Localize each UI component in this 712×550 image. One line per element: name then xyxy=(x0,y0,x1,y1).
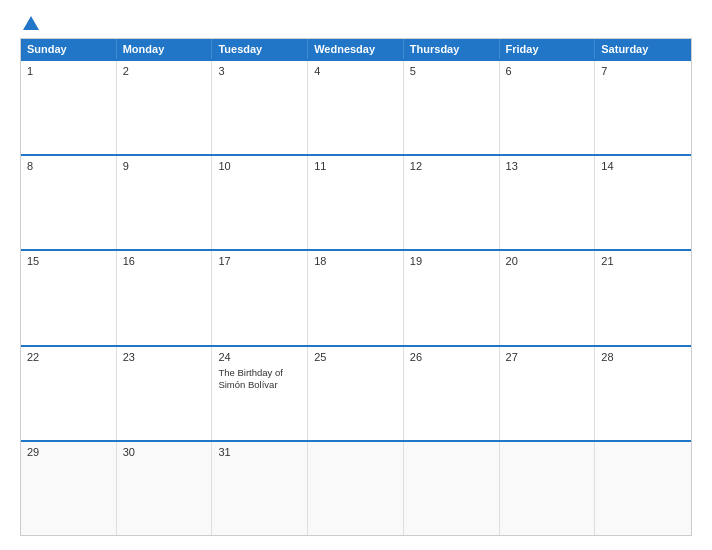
day-number: 15 xyxy=(27,255,110,267)
calendar-cell: 20 xyxy=(500,251,596,344)
day-number: 29 xyxy=(27,446,110,458)
calendar-cell: 3 xyxy=(212,61,308,154)
calendar-week-1: 1234567 xyxy=(21,59,691,154)
calendar-page: SundayMondayTuesdayWednesdayThursdayFrid… xyxy=(0,0,712,550)
calendar-header-monday: Monday xyxy=(117,39,213,59)
day-number: 14 xyxy=(601,160,685,172)
calendar-cell: 1 xyxy=(21,61,117,154)
calendar-body: 123456789101112131415161718192021222324T… xyxy=(21,59,691,535)
calendar-header-thursday: Thursday xyxy=(404,39,500,59)
calendar-cell: 8 xyxy=(21,156,117,249)
calendar-cell: 28 xyxy=(595,347,691,440)
day-number: 17 xyxy=(218,255,301,267)
calendar-header-saturday: Saturday xyxy=(595,39,691,59)
day-number: 10 xyxy=(218,160,301,172)
calendar-header: SundayMondayTuesdayWednesdayThursdayFrid… xyxy=(21,39,691,59)
day-number: 23 xyxy=(123,351,206,363)
logo xyxy=(20,18,39,30)
calendar-cell: 25 xyxy=(308,347,404,440)
calendar-cell: 19 xyxy=(404,251,500,344)
day-number: 1 xyxy=(27,65,110,77)
day-number: 11 xyxy=(314,160,397,172)
calendar-cell: 6 xyxy=(500,61,596,154)
day-number: 2 xyxy=(123,65,206,77)
day-number: 12 xyxy=(410,160,493,172)
calendar-cell: 16 xyxy=(117,251,213,344)
calendar-cell: 4 xyxy=(308,61,404,154)
calendar-cell: 2 xyxy=(117,61,213,154)
calendar-cell: 10 xyxy=(212,156,308,249)
calendar-cell: 18 xyxy=(308,251,404,344)
day-number: 22 xyxy=(27,351,110,363)
day-number: 21 xyxy=(601,255,685,267)
calendar-cell: 21 xyxy=(595,251,691,344)
day-number: 27 xyxy=(506,351,589,363)
day-number: 31 xyxy=(218,446,301,458)
calendar-cell: 26 xyxy=(404,347,500,440)
calendar-cell: 14 xyxy=(595,156,691,249)
day-event: The Birthday of Simón Bolívar xyxy=(218,367,301,392)
calendar-week-2: 891011121314 xyxy=(21,154,691,249)
calendar-cell: 12 xyxy=(404,156,500,249)
calendar-cell: 22 xyxy=(21,347,117,440)
calendar-cell xyxy=(595,442,691,535)
day-number: 20 xyxy=(506,255,589,267)
calendar-week-5: 293031 xyxy=(21,440,691,535)
calendar-cell: 7 xyxy=(595,61,691,154)
calendar-cell: 5 xyxy=(404,61,500,154)
calendar-header-friday: Friday xyxy=(500,39,596,59)
calendar-cell: 17 xyxy=(212,251,308,344)
calendar-week-4: 222324The Birthday of Simón Bolívar25262… xyxy=(21,345,691,440)
day-number: 30 xyxy=(123,446,206,458)
calendar-cell: 27 xyxy=(500,347,596,440)
day-number: 5 xyxy=(410,65,493,77)
calendar-week-3: 15161718192021 xyxy=(21,249,691,344)
calendar-cell xyxy=(500,442,596,535)
calendar-header-wednesday: Wednesday xyxy=(308,39,404,59)
day-number: 24 xyxy=(218,351,301,363)
day-number: 19 xyxy=(410,255,493,267)
calendar-cell: 23 xyxy=(117,347,213,440)
calendar-header-sunday: Sunday xyxy=(21,39,117,59)
calendar-cell: 13 xyxy=(500,156,596,249)
calendar-cell xyxy=(308,442,404,535)
calendar-cell: 24The Birthday of Simón Bolívar xyxy=(212,347,308,440)
day-number: 25 xyxy=(314,351,397,363)
page-header xyxy=(20,18,692,30)
day-number: 9 xyxy=(123,160,206,172)
calendar-cell xyxy=(404,442,500,535)
day-number: 16 xyxy=(123,255,206,267)
calendar-header-tuesday: Tuesday xyxy=(212,39,308,59)
calendar-cell: 11 xyxy=(308,156,404,249)
logo-triangle-icon xyxy=(23,16,39,30)
calendar-cell: 30 xyxy=(117,442,213,535)
day-number: 3 xyxy=(218,65,301,77)
day-number: 7 xyxy=(601,65,685,77)
calendar-cell: 29 xyxy=(21,442,117,535)
day-number: 8 xyxy=(27,160,110,172)
day-number: 28 xyxy=(601,351,685,363)
calendar-cell: 9 xyxy=(117,156,213,249)
calendar-grid: SundayMondayTuesdayWednesdayThursdayFrid… xyxy=(20,38,692,536)
day-number: 26 xyxy=(410,351,493,363)
calendar-cell: 15 xyxy=(21,251,117,344)
day-number: 18 xyxy=(314,255,397,267)
day-number: 13 xyxy=(506,160,589,172)
day-number: 4 xyxy=(314,65,397,77)
day-number: 6 xyxy=(506,65,589,77)
calendar-cell: 31 xyxy=(212,442,308,535)
